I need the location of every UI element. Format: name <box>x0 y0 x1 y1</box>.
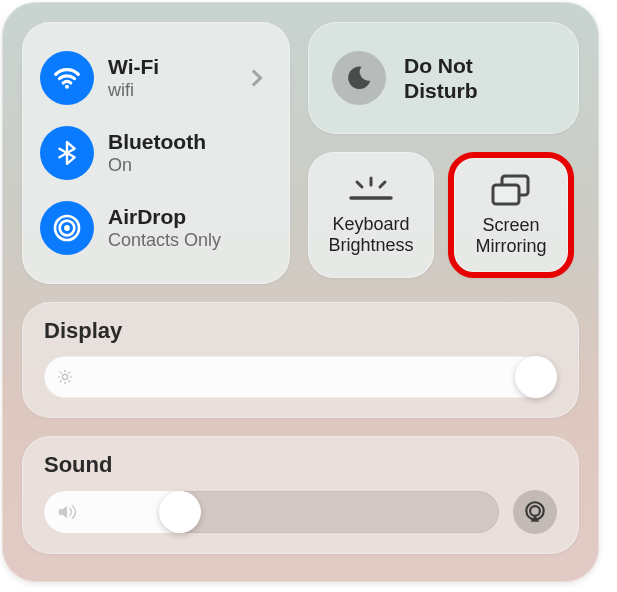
airplay-audio-icon <box>522 499 548 525</box>
sound-card: Sound <box>22 436 579 554</box>
wifi-sub: wifi <box>108 80 234 101</box>
top-row: Wi-Fi wifi Bluetooth On <box>22 22 579 284</box>
wifi-text: Wi-Fi wifi <box>108 55 234 101</box>
svg-rect-9 <box>493 185 519 204</box>
svg-line-16 <box>69 381 70 382</box>
sound-slider[interactable] <box>44 491 499 533</box>
sound-slider-thumb[interactable] <box>159 491 201 533</box>
sm-line2: Mirroring <box>475 236 546 257</box>
svg-line-17 <box>60 381 61 382</box>
svg-point-0 <box>65 84 69 88</box>
chevron-right-icon[interactable] <box>246 69 263 86</box>
kb-line2: Brightness <box>328 235 413 256</box>
connectivity-card: Wi-Fi wifi Bluetooth On <box>22 22 290 284</box>
speaker-icon <box>56 503 78 521</box>
screen-mirroring-label: Screen Mirroring <box>475 215 546 256</box>
brightness-low-icon <box>56 368 74 386</box>
control-center-panel: Wi-Fi wifi Bluetooth On <box>2 2 599 582</box>
airdrop-text: AirDrop Contacts Only <box>108 205 272 251</box>
svg-line-18 <box>69 372 70 373</box>
airplay-audio-button[interactable] <box>513 490 557 534</box>
airdrop-row[interactable]: AirDrop Contacts Only <box>34 197 278 259</box>
keyboard-brightness-label: Keyboard Brightness <box>328 214 413 255</box>
wifi-icon <box>40 51 94 105</box>
sound-row <box>44 490 557 534</box>
dnd-line1: Do Not <box>404 53 478 78</box>
tiles-row: Keyboard Brightness Screen Mirroring <box>308 152 579 278</box>
display-card: Display <box>22 302 579 418</box>
svg-point-3 <box>64 225 70 231</box>
wifi-row[interactable]: Wi-Fi wifi <box>34 47 278 109</box>
screen-mirroring-icon <box>489 173 533 209</box>
right-column: Do Not Disturb Keyboard Brightness <box>308 22 579 284</box>
bluetooth-title: Bluetooth <box>108 130 272 154</box>
display-label: Display <box>44 318 557 344</box>
do-not-disturb-button[interactable]: Do Not Disturb <box>308 22 579 134</box>
svg-point-20 <box>530 506 540 516</box>
sound-label: Sound <box>44 452 557 478</box>
wifi-title: Wi-Fi <box>108 55 234 79</box>
svg-point-10 <box>62 374 67 379</box>
display-slider-thumb[interactable] <box>515 356 557 398</box>
moon-icon <box>332 51 386 105</box>
keyboard-brightness-tile[interactable]: Keyboard Brightness <box>308 152 434 278</box>
svg-line-6 <box>380 182 385 187</box>
svg-line-5 <box>357 182 362 187</box>
airdrop-icon <box>40 201 94 255</box>
sm-line1: Screen <box>475 215 546 236</box>
bluetooth-sub: On <box>108 155 272 176</box>
airdrop-title: AirDrop <box>108 205 272 229</box>
keyboard-brightness-icon <box>347 174 395 208</box>
bluetooth-row[interactable]: Bluetooth On <box>34 122 278 184</box>
bluetooth-text: Bluetooth On <box>108 130 272 176</box>
svg-line-15 <box>60 372 61 373</box>
dnd-label: Do Not Disturb <box>404 53 478 103</box>
display-slider[interactable] <box>44 356 557 398</box>
kb-line1: Keyboard <box>328 214 413 235</box>
screen-mirroring-tile[interactable]: Screen Mirroring <box>448 152 574 278</box>
dnd-line2: Disturb <box>404 78 478 103</box>
airdrop-sub: Contacts Only <box>108 230 272 251</box>
bluetooth-icon <box>40 126 94 180</box>
